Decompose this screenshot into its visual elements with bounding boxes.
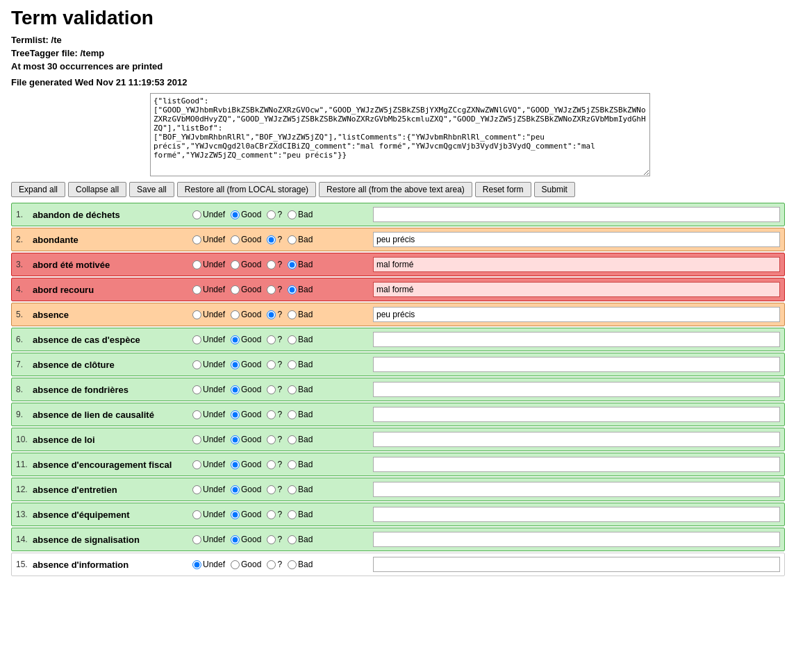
radio-input-undef[interactable] xyxy=(192,435,201,444)
comment-input[interactable] xyxy=(373,382,780,397)
comment-input[interactable] xyxy=(373,507,780,522)
comment-input[interactable] xyxy=(373,432,780,447)
radio-input-undef[interactable] xyxy=(192,360,201,369)
radio-option-undef[interactable]: Undef xyxy=(192,485,225,494)
radio-input-good[interactable] xyxy=(231,360,240,369)
radio-option-bad[interactable]: Bad xyxy=(288,485,313,494)
radio-option-undef[interactable]: Undef xyxy=(192,560,225,569)
radio-option-good[interactable]: Good xyxy=(231,335,261,344)
radio-input-undef[interactable] xyxy=(192,535,201,544)
radio-option-bad[interactable]: Bad xyxy=(288,335,313,344)
radio-input-bad[interactable] xyxy=(288,535,297,544)
radio-input-good[interactable] xyxy=(231,285,240,294)
radio-option-undef[interactable]: Undef xyxy=(192,460,225,469)
radio-input-bad[interactable] xyxy=(288,510,297,519)
radio-option-undef[interactable]: Undef xyxy=(192,360,225,369)
radio-option-q[interactable]: ? xyxy=(267,560,282,569)
radio-input-bad[interactable] xyxy=(288,360,297,369)
radio-option-good[interactable]: Good xyxy=(231,260,261,269)
radio-input-good[interactable] xyxy=(231,460,240,469)
json-textarea[interactable] xyxy=(150,93,650,176)
radio-input-undef[interactable] xyxy=(192,335,201,344)
radio-option-good[interactable]: Good xyxy=(231,285,261,294)
radio-option-q[interactable]: ? xyxy=(267,435,282,444)
radio-input-q[interactable] xyxy=(267,360,276,369)
comment-input[interactable] xyxy=(373,532,780,547)
comment-input[interactable] xyxy=(373,557,780,572)
radio-option-q[interactable]: ? xyxy=(267,310,282,319)
radio-option-bad[interactable]: Bad xyxy=(288,285,313,294)
radio-option-bad[interactable]: Bad xyxy=(288,460,313,469)
comment-input[interactable] xyxy=(373,457,780,472)
radio-option-good[interactable]: Good xyxy=(231,485,261,494)
comment-input[interactable] xyxy=(373,232,780,247)
radio-option-q[interactable]: ? xyxy=(267,535,282,544)
radio-input-good[interactable] xyxy=(231,310,240,319)
radio-option-bad[interactable]: Bad xyxy=(288,260,313,269)
radio-option-good[interactable]: Good xyxy=(231,210,261,219)
radio-input-good[interactable] xyxy=(231,385,240,394)
radio-option-q[interactable]: ? xyxy=(267,210,282,219)
radio-input-undef[interactable] xyxy=(192,210,201,219)
radio-input-good[interactable] xyxy=(231,560,240,569)
radio-input-undef[interactable] xyxy=(192,285,201,294)
radio-input-bad[interactable] xyxy=(288,385,297,394)
radio-input-q[interactable] xyxy=(267,435,276,444)
radio-option-good[interactable]: Good xyxy=(231,385,261,394)
radio-option-good[interactable]: Good xyxy=(231,510,261,519)
radio-input-good[interactable] xyxy=(231,510,240,519)
radio-input-good[interactable] xyxy=(231,260,240,269)
radio-input-good[interactable] xyxy=(231,485,240,494)
radio-option-q[interactable]: ? xyxy=(267,485,282,494)
radio-option-undef[interactable]: Undef xyxy=(192,435,225,444)
radio-input-q[interactable] xyxy=(267,385,276,394)
radio-option-bad[interactable]: Bad xyxy=(288,360,313,369)
radio-option-good[interactable]: Good xyxy=(231,435,261,444)
radio-option-good[interactable]: Good xyxy=(231,460,261,469)
radio-option-good[interactable]: Good xyxy=(231,535,261,544)
radio-option-good[interactable]: Good xyxy=(231,410,261,419)
radio-option-undef[interactable]: Undef xyxy=(192,285,225,294)
radio-option-q[interactable]: ? xyxy=(267,510,282,519)
radio-input-good[interactable] xyxy=(231,410,240,419)
comment-input[interactable] xyxy=(373,407,780,422)
radio-option-q[interactable]: ? xyxy=(267,335,282,344)
reset-form-button[interactable]: Reset form xyxy=(475,182,531,197)
radio-input-q[interactable] xyxy=(267,460,276,469)
submit-button[interactable]: Submit xyxy=(534,182,575,197)
radio-input-bad[interactable] xyxy=(288,460,297,469)
radio-input-q[interactable] xyxy=(267,510,276,519)
radio-option-undef[interactable]: Undef xyxy=(192,385,225,394)
comment-input[interactable] xyxy=(373,257,780,272)
radio-option-undef[interactable]: Undef xyxy=(192,410,225,419)
radio-input-undef[interactable] xyxy=(192,485,201,494)
radio-option-q[interactable]: ? xyxy=(267,285,282,294)
save-all-button[interactable]: Save all xyxy=(129,182,174,197)
radio-option-bad[interactable]: Bad xyxy=(288,560,313,569)
radio-input-undef[interactable] xyxy=(192,410,201,419)
restore-textarea-button[interactable]: Restore all (from the above text area) xyxy=(319,182,472,197)
radio-input-undef[interactable] xyxy=(192,260,201,269)
radio-option-undef[interactable]: Undef xyxy=(192,235,225,244)
collapse-all-button[interactable]: Collapse all xyxy=(68,182,126,197)
radio-option-undef[interactable]: Undef xyxy=(192,510,225,519)
radio-option-undef[interactable]: Undef xyxy=(192,310,225,319)
radio-option-bad[interactable]: Bad xyxy=(288,310,313,319)
radio-input-bad[interactable] xyxy=(288,410,297,419)
radio-option-undef[interactable]: Undef xyxy=(192,335,225,344)
radio-option-q[interactable]: ? xyxy=(267,460,282,469)
radio-input-q[interactable] xyxy=(267,410,276,419)
radio-input-q[interactable] xyxy=(267,210,276,219)
radio-option-bad[interactable]: Bad xyxy=(288,535,313,544)
radio-option-bad[interactable]: Bad xyxy=(288,510,313,519)
radio-input-q[interactable] xyxy=(267,485,276,494)
radio-option-bad[interactable]: Bad xyxy=(288,410,313,419)
radio-input-bad[interactable] xyxy=(288,560,297,569)
radio-input-q[interactable] xyxy=(267,260,276,269)
radio-input-q[interactable] xyxy=(267,235,276,244)
comment-input[interactable] xyxy=(373,282,780,297)
radio-input-good[interactable] xyxy=(231,435,240,444)
radio-option-q[interactable]: ? xyxy=(267,410,282,419)
radio-option-q[interactable]: ? xyxy=(267,260,282,269)
radio-option-undef[interactable]: Undef xyxy=(192,210,225,219)
